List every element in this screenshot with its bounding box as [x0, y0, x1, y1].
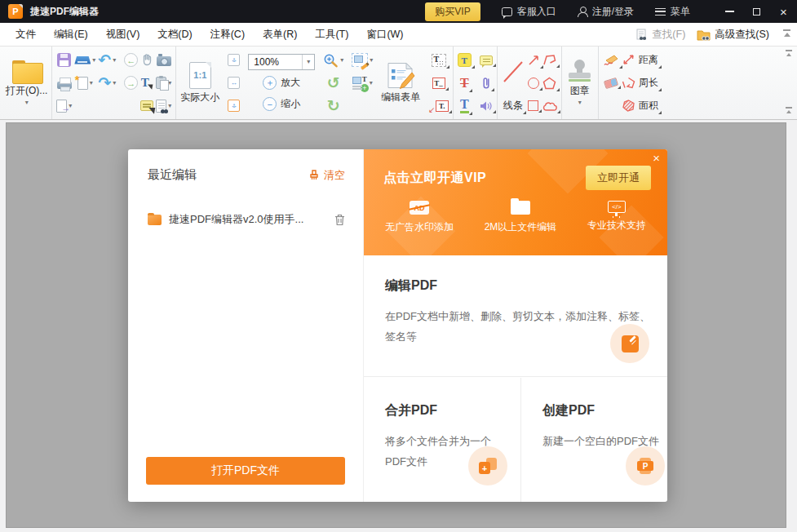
arrow-tool-button[interactable]: [527, 54, 540, 67]
save-button[interactable]: [57, 53, 71, 67]
new-document-button[interactable]: ▾: [77, 77, 93, 90]
new-document-icon: [77, 77, 88, 90]
pencil-tool-button[interactable]: [603, 53, 619, 67]
clear-recent-button[interactable]: 清空: [308, 168, 345, 183]
create-pdf-card[interactable]: 创建PDF 新建一个空白的PDF文件 P: [520, 378, 678, 502]
sound-button[interactable]: [480, 100, 493, 112]
strikethrough-text-button[interactable]: T: [460, 76, 469, 91]
create-doc-icon: P: [637, 458, 653, 474]
edit-pdf-card[interactable]: 编辑PDF 在PDF文档中新增、删除、剪切文本，添加注释、标签、签名等: [364, 255, 667, 377]
open-caret-icon: ▾: [25, 100, 29, 106]
menu-view[interactable]: 视图(V): [97, 28, 149, 42]
undo-caret-icon: ▾: [113, 57, 116, 64]
delete-file-icon[interactable]: [334, 214, 345, 226]
page-forward-button[interactable]: →: [124, 76, 138, 90]
open-pdf-button[interactable]: 打开PDF文件: [146, 457, 345, 485]
zoom-level-combobox[interactable]: 100% ▾: [248, 54, 315, 70]
open-button[interactable]: 打开(O)... ▾: [6, 60, 47, 106]
banner-close-icon[interactable]: ×: [653, 151, 660, 165]
add-content-icon: T+: [352, 77, 368, 90]
actual-size-button[interactable]: 1:1 实际大小: [180, 62, 219, 104]
field-action-button[interactable]: ↙T.: [428, 100, 448, 112]
annotation-select-button[interactable]: [140, 100, 153, 111]
measure-area-button[interactable]: 面积: [622, 99, 658, 113]
advanced-find-button[interactable]: 高级查找(S): [697, 28, 769, 42]
magnifier-caret-icon: ▾: [340, 57, 343, 64]
vip-banner[interactable]: × 点击立即开通VIP 立即开通 AD 无广告水印添加 2M以上文件编辑 </>…: [364, 149, 667, 255]
menu-document[interactable]: 文档(D): [148, 28, 201, 42]
document-search-button[interactable]: ▾: [156, 100, 171, 113]
snapshot-button[interactable]: [157, 54, 171, 66]
add-content-button[interactable]: T+▾: [352, 77, 373, 90]
menu-tools[interactable]: 工具(T): [306, 28, 357, 42]
edit-form-button[interactable]: 编辑表单: [381, 62, 420, 104]
toolbar-group-annot: [476, 47, 498, 119]
vip-activate-button[interactable]: 立即开通: [586, 166, 651, 190]
rotate-left-button[interactable]: ↺: [327, 75, 340, 91]
hand-tool-button[interactable]: [140, 53, 153, 67]
redo-button[interactable]: ↷▾: [98, 75, 116, 91]
app-menu-button[interactable]: 菜单: [655, 5, 690, 19]
page-back-button[interactable]: ←: [124, 53, 138, 67]
edit-content-button[interactable]: ▾: [352, 53, 373, 67]
line-tool-button[interactable]: [502, 60, 525, 84]
zoom-out-button[interactable]: − 缩小: [263, 95, 300, 114]
scan-button[interactable]: ▾: [74, 56, 95, 64]
menu-file[interactable]: 文件: [7, 28, 45, 42]
login-button[interactable]: 注册/登录: [578, 5, 634, 19]
dialog-right-panel: × 点击立即开通VIP 立即开通 AD 无广告水印添加 2M以上文件编辑 </>…: [363, 149, 667, 502]
menu-form[interactable]: 表单(R): [254, 28, 306, 42]
toolbar-group-file: →▾ ▾ ▾ ↶▾ ↷▾: [52, 47, 120, 119]
zoom-in-button[interactable]: ＋ 放大: [263, 73, 300, 93]
perimeter-icon: [622, 77, 635, 89]
text-select-button[interactable]: T: [141, 76, 153, 90]
buy-vip-button[interactable]: 购买VIP: [425, 2, 480, 21]
fit-visible-button[interactable]: ↔↕: [228, 100, 240, 112]
vip-feature-support: </> 专业技术支持: [587, 201, 646, 234]
cloud-tool-button[interactable]: [542, 100, 557, 112]
merge-pdf-button[interactable]: +: [468, 446, 507, 485]
oval-tool-button[interactable]: [528, 78, 539, 89]
polyline-tool-button[interactable]: [542, 54, 556, 66]
find-button[interactable]: 查找(F): [636, 28, 685, 42]
menu-annotate[interactable]: 注释(C): [201, 28, 254, 42]
create-pdf-button[interactable]: P: [626, 446, 665, 485]
rectangle-tool-button[interactable]: [528, 100, 538, 111]
print-button[interactable]: [57, 78, 72, 89]
paste-button[interactable]: ▾: [156, 77, 171, 89]
eraser-tool-button[interactable]: [604, 79, 618, 87]
collapse-toolbar-top-icon[interactable]: [785, 50, 794, 58]
collapse-menubar-icon[interactable]: [782, 29, 792, 39]
export-button[interactable]: →▾: [56, 100, 72, 113]
undo-button[interactable]: ↶▾: [98, 52, 116, 68]
distance-icon: [622, 54, 635, 66]
edit-pdf-button[interactable]: [610, 324, 649, 363]
magnifier-button[interactable]: ▾: [323, 53, 343, 68]
field-combo-button[interactable]: T: [432, 54, 446, 67]
merge-pdf-card[interactable]: 合并PDF 将多个文件合并为一个PDF文件 +: [364, 378, 520, 502]
field-combo-icon: T: [432, 54, 446, 67]
field-text-button[interactable]: T_: [432, 78, 445, 89]
close-button[interactable]: ×: [770, 0, 797, 23]
line-tool-label-button[interactable]: 线条: [503, 99, 523, 113]
comment-button[interactable]: [480, 55, 493, 65]
toolbar: 打开(O)... ▾ →▾ ▾ ▾ ↶▾ ↷▾ ← → T ▾ ▾ 1:1 实际…: [0, 47, 797, 120]
menu-edit[interactable]: 编辑(E): [45, 28, 97, 42]
minimize-button[interactable]: [716, 0, 743, 23]
menu-window[interactable]: 窗口(W): [357, 28, 412, 42]
collapse-toolbar-bottom-icon[interactable]: [785, 107, 794, 115]
polygon-tool-button[interactable]: [542, 77, 556, 90]
recent-file-row[interactable]: 捷速PDF编辑器v2.0使用手...: [148, 212, 345, 227]
stamp-button[interactable]: 图章 ▾: [566, 60, 594, 106]
fit-width-button[interactable]: ↔: [228, 77, 240, 89]
rotate-right-button[interactable]: ↻: [327, 98, 340, 113]
fit-page-button[interactable]: ↔↕: [228, 54, 240, 66]
highlight-text-button[interactable]: T: [458, 53, 472, 67]
underline-text-button[interactable]: T: [460, 98, 469, 114]
maximize-button[interactable]: [743, 0, 770, 23]
zoom-combo-caret[interactable]: ▾: [302, 55, 314, 69]
measure-perimeter-button[interactable]: 周长: [622, 76, 658, 90]
measure-distance-button[interactable]: 距离: [622, 53, 658, 67]
attachment-button[interactable]: [481, 76, 491, 90]
support-button[interactable]: 客服入口: [502, 5, 556, 19]
